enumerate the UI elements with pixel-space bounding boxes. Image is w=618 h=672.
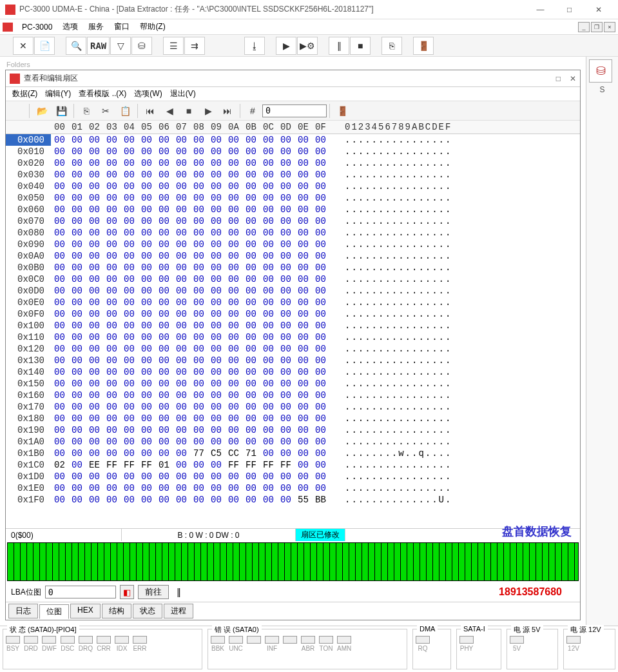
hex-byte[interactable]: 00 bbox=[138, 250, 155, 262]
hex-byte[interactable]: 00 bbox=[121, 239, 138, 250]
hex-byte[interactable]: 00 bbox=[138, 366, 155, 378]
hex-byte[interactable]: 00 bbox=[260, 343, 277, 355]
hex-byte[interactable]: 00 bbox=[103, 331, 121, 343]
list-icon[interactable]: ☰ bbox=[163, 37, 184, 55]
hex-byte[interactable]: 00 bbox=[86, 227, 103, 239]
hex-byte[interactable]: 00 bbox=[173, 482, 190, 494]
hex-byte[interactable]: 00 bbox=[155, 401, 173, 413]
hex-byte[interactable]: 00 bbox=[242, 471, 260, 482]
hex-byte[interactable]: 00 bbox=[312, 448, 329, 459]
hex-byte[interactable]: 00 bbox=[155, 366, 173, 378]
hex-byte[interactable]: 00 bbox=[295, 320, 312, 331]
save-icon[interactable]: 💾 bbox=[52, 103, 71, 119]
hex-byte[interactable]: 02 bbox=[51, 459, 68, 471]
hex-byte[interactable]: 00 bbox=[190, 181, 208, 192]
hex-byte[interactable]: 00 bbox=[225, 320, 242, 331]
hex-byte[interactable]: 00 bbox=[121, 308, 138, 320]
hex-byte[interactable]: 00 bbox=[138, 181, 155, 192]
hex-byte[interactable]: 00 bbox=[295, 424, 312, 436]
hex-byte[interactable]: 00 bbox=[295, 378, 312, 390]
hex-byte[interactable]: 00 bbox=[208, 494, 225, 506]
hex-byte[interactable]: 00 bbox=[277, 471, 295, 482]
hex-byte[interactable]: 00 bbox=[121, 471, 138, 482]
maximize-button[interactable]: □ bbox=[555, 1, 584, 19]
hex-byte[interactable]: 00 bbox=[173, 250, 190, 262]
hex-byte[interactable]: 00 bbox=[208, 343, 225, 355]
import-icon[interactable]: ⭳ bbox=[244, 37, 265, 55]
hex-byte[interactable]: 00 bbox=[277, 146, 295, 157]
hex-byte[interactable]: 00 bbox=[173, 192, 190, 204]
hex-byte[interactable]: 00 bbox=[103, 390, 121, 401]
hex-byte[interactable]: 00 bbox=[190, 424, 208, 436]
hex-byte[interactable]: 00 bbox=[138, 424, 155, 436]
hex-byte[interactable]: 00 bbox=[121, 401, 138, 413]
next-icon[interactable]: ▶ bbox=[198, 103, 218, 119]
hex-byte[interactable]: 00 bbox=[312, 250, 329, 262]
hex-byte[interactable]: 00 bbox=[155, 192, 173, 204]
hex-byte[interactable]: 00 bbox=[225, 250, 242, 262]
hex-byte[interactable]: 00 bbox=[68, 390, 86, 401]
hex-byte[interactable]: 00 bbox=[190, 169, 208, 181]
hex-byte[interactable]: 00 bbox=[312, 146, 329, 157]
hex-byte[interactable]: 00 bbox=[173, 273, 190, 285]
hex-byte[interactable]: 00 bbox=[277, 192, 295, 204]
hex-byte[interactable]: 00 bbox=[242, 366, 260, 378]
hex-byte[interactable]: 00 bbox=[68, 378, 86, 390]
hex-byte[interactable]: 00 bbox=[68, 297, 86, 308]
hex-byte[interactable]: 00 bbox=[208, 273, 225, 285]
hex-byte[interactable]: 00 bbox=[242, 401, 260, 413]
hex-byte[interactable]: 00 bbox=[51, 424, 68, 436]
hex-view[interactable]: 000102030405060708090A0B0C0D0E0F 0123456… bbox=[6, 121, 580, 528]
hex-byte[interactable]: 00 bbox=[68, 134, 86, 146]
hex-byte[interactable]: 00 bbox=[295, 413, 312, 424]
hex-byte[interactable]: 00 bbox=[295, 146, 312, 157]
hex-byte[interactable]: 00 bbox=[225, 169, 242, 181]
hex-byte[interactable]: 00 bbox=[208, 436, 225, 448]
hex-row[interactable]: 0x05000000000000000000000000000000000...… bbox=[6, 192, 580, 204]
hex-byte[interactable]: 00 bbox=[155, 378, 173, 390]
hex-row[interactable]: 0x1B0000000000000000077C5CC7100000000...… bbox=[6, 448, 580, 459]
hex-byte[interactable]: 00 bbox=[260, 308, 277, 320]
hex-byte[interactable]: 00 bbox=[103, 285, 121, 297]
hex-byte[interactable]: 00 bbox=[312, 181, 329, 192]
hex-byte[interactable]: 00 bbox=[312, 297, 329, 308]
hex-byte[interactable]: 00 bbox=[277, 390, 295, 401]
hex-byte[interactable]: 00 bbox=[242, 297, 260, 308]
first-icon[interactable]: ⏮ bbox=[140, 103, 160, 119]
hex-row[interactable]: 0x18000000000000000000000000000000000...… bbox=[6, 413, 580, 424]
hex-byte[interactable]: 00 bbox=[51, 181, 68, 192]
hex-byte[interactable]: 00 bbox=[295, 436, 312, 448]
hex-byte[interactable]: 00 bbox=[295, 343, 312, 355]
hex-byte[interactable]: 00 bbox=[121, 285, 138, 297]
hex-byte[interactable]: 00 bbox=[51, 448, 68, 459]
hex-byte[interactable]: 00 bbox=[208, 285, 225, 297]
hex-byte[interactable]: 00 bbox=[155, 494, 173, 506]
hex-byte[interactable]: 00 bbox=[260, 424, 277, 436]
hex-byte[interactable]: 00 bbox=[208, 308, 225, 320]
hex-byte[interactable]: 00 bbox=[260, 320, 277, 331]
hex-byte[interactable]: 00 bbox=[103, 401, 121, 413]
hex-byte[interactable]: 00 bbox=[86, 366, 103, 378]
hex-byte[interactable]: 00 bbox=[121, 355, 138, 366]
hex-byte[interactable]: 00 bbox=[103, 494, 121, 506]
inner-maximize[interactable]: □ bbox=[556, 74, 561, 83]
hex-byte[interactable]: 00 bbox=[138, 308, 155, 320]
hex-byte[interactable]: 00 bbox=[86, 285, 103, 297]
hex-byte[interactable]: 00 bbox=[68, 331, 86, 343]
hex-byte[interactable]: 00 bbox=[242, 134, 260, 146]
hex-byte[interactable]: 00 bbox=[86, 436, 103, 448]
hex-byte[interactable]: 00 bbox=[312, 390, 329, 401]
hex-byte[interactable]: 00 bbox=[51, 401, 68, 413]
hex-byte[interactable]: 00 bbox=[260, 227, 277, 239]
hex-byte[interactable]: 00 bbox=[225, 390, 242, 401]
hex-byte[interactable]: 00 bbox=[260, 239, 277, 250]
hex-byte[interactable]: 00 bbox=[155, 482, 173, 494]
hex-byte[interactable]: 00 bbox=[190, 134, 208, 146]
offset-input[interactable] bbox=[262, 104, 327, 117]
hex-byte[interactable]: 00 bbox=[103, 366, 121, 378]
hex-byte[interactable]: 00 bbox=[260, 181, 277, 192]
hex-byte[interactable]: EE bbox=[86, 459, 103, 471]
hex-byte[interactable]: 00 bbox=[86, 482, 103, 494]
hex-byte[interactable]: 00 bbox=[103, 308, 121, 320]
tab-位图[interactable]: 位图 bbox=[39, 604, 69, 619]
